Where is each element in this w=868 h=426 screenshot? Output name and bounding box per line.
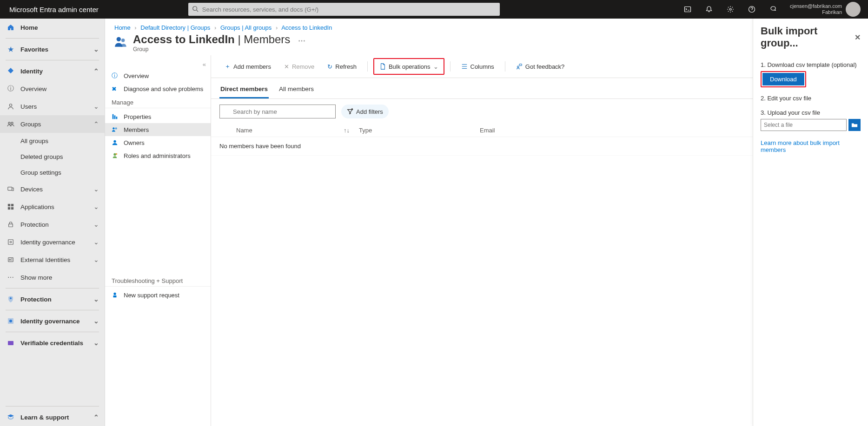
top-bar: Microsoft Entra admin center cjensen@fab… <box>0 0 868 19</box>
resmenu-owners[interactable]: Owners <box>105 136 211 149</box>
nav-learn-support[interactable]: Learn & support ⌃ <box>0 408 105 426</box>
user-account-chip[interactable]: cjensen@fabrikan.com Fabrikan <box>786 0 864 19</box>
svg-point-18 <box>9 259 11 261</box>
col-name-header[interactable]: Name <box>236 127 252 134</box>
svg-rect-11 <box>11 204 13 206</box>
nav-identity-overview[interactable]: ⓘ Overview <box>0 80 105 98</box>
nav-deleted-groups[interactable]: Deleted groups <box>0 149 105 164</box>
groups-icon <box>7 120 15 128</box>
breadcrumb-all-groups[interactable]: Groups | All groups <box>220 24 272 31</box>
svg-rect-29 <box>116 117 118 119</box>
nav-users[interactable]: Users ⌄ <box>0 98 105 115</box>
nav-group-settings[interactable]: Group settings <box>0 164 105 180</box>
feedback-button[interactable]: Got feedback? <box>511 59 570 74</box>
svg-point-26 <box>121 39 125 42</box>
nav-devices[interactable]: Devices ⌄ <box>0 180 105 198</box>
resmenu-members[interactable]: Members <box>105 123 211 136</box>
columns-button[interactable]: Columns <box>456 59 499 74</box>
primary-nav-sidebar: Home ★ Favorites ⌄ Identity ⌃ ⓘ Overview… <box>0 19 105 426</box>
svg-rect-2 <box>684 7 690 12</box>
chevron-down-icon: ⌄ <box>93 103 99 110</box>
help-icon[interactable] <box>743 0 760 19</box>
resmenu-diagnose[interactable]: ✖ Diagnose and solve problems <box>105 82 211 95</box>
notifications-icon[interactable] <box>701 0 717 19</box>
highlight-bulk-operations: Bulk operations ⌄ <box>373 58 444 75</box>
chevron-down-icon: ⌄ <box>93 185 99 193</box>
person-feedback-icon <box>516 63 523 70</box>
svg-rect-13 <box>11 207 13 210</box>
settings-icon[interactable] <box>722 0 739 19</box>
nav-protection-section[interactable]: Protection ⌄ <box>0 290 105 308</box>
download-template-button[interactable]: Download <box>762 73 804 85</box>
columns-icon <box>461 63 468 70</box>
svg-point-5 <box>9 104 12 106</box>
resmenu-roles[interactable]: Roles and administrators <box>105 149 211 162</box>
breadcrumb-home[interactable]: Home <box>114 24 131 31</box>
svg-rect-24 <box>8 341 13 345</box>
cloud-shell-icon[interactable] <box>679 0 696 19</box>
nav-external-identities[interactable]: External Identities ⌄ <box>0 251 105 269</box>
global-search-input[interactable] <box>188 3 500 16</box>
close-icon[interactable]: ✕ <box>855 33 861 42</box>
tab-all-members[interactable]: All members <box>278 83 315 98</box>
resmenu-overview[interactable]: ⓘ Overview <box>105 69 211 82</box>
chevron-down-icon: ⌄ <box>93 256 99 263</box>
col-email-header[interactable]: Email <box>480 127 495 134</box>
nav-identity[interactable]: Identity ⌃ <box>0 62 105 80</box>
global-search-wrap <box>188 3 500 16</box>
col-type-header[interactable]: Type <box>359 127 372 134</box>
refresh-button[interactable]: ↻ Refresh <box>322 59 362 74</box>
nav-identity-governance[interactable]: Identity governance ⌄ <box>0 233 105 251</box>
credentials-icon <box>7 339 15 347</box>
support-icon <box>112 292 119 298</box>
breadcrumb-group[interactable]: Access to LinkedIn <box>281 24 332 31</box>
chevron-down-icon: ⌄ <box>93 317 99 325</box>
nav-protection[interactable]: Protection ⌄ <box>0 216 105 233</box>
breadcrumb-directory[interactable]: Default Directory | Groups <box>140 24 210 31</box>
sort-icon[interactable]: ↑↓ <box>344 127 350 134</box>
diagnose-icon: ✖ <box>112 85 119 92</box>
more-actions-icon[interactable]: ⋯ <box>298 37 305 45</box>
nav-home[interactable]: Home <box>0 19 105 36</box>
resmenu-support[interactable]: New support request <box>105 288 211 301</box>
nav-favorites[interactable]: ★ Favorites ⌄ <box>0 40 105 58</box>
svg-rect-36 <box>113 295 117 297</box>
browse-file-button[interactable] <box>848 119 861 131</box>
remove-icon: ✕ <box>284 63 289 70</box>
nav-all-groups[interactable]: All groups <box>0 133 105 149</box>
nav-show-more[interactable]: ⋯ Show more <box>0 269 105 286</box>
svg-rect-12 <box>8 207 10 210</box>
svg-rect-28 <box>114 115 116 119</box>
chevron-down-icon: ⌄ <box>93 295 99 303</box>
identity-icon <box>7 67 15 75</box>
chevron-up-icon: ⌃ <box>93 413 99 421</box>
panel-step-1: 1. Download csv template (optional) <box>761 61 861 68</box>
collapse-menu-icon[interactable]: « <box>105 61 211 69</box>
resource-menu: « ⓘ Overview ✖ Diagnose and solve proble… <box>105 55 211 426</box>
feedback-icon[interactable] <box>765 0 782 19</box>
governance-icon <box>7 238 15 246</box>
nav-groups[interactable]: Groups ⌃ <box>0 115 105 133</box>
chevron-down-icon: ⌄ <box>93 238 99 246</box>
search-members-input[interactable] <box>219 105 336 118</box>
home-icon <box>7 23 15 32</box>
nav-verifiable-credentials[interactable]: Verifiable credentials ⌄ <box>0 334 105 352</box>
chevron-down-icon: ⌄ <box>93 339 99 347</box>
bulk-operations-button[interactable]: Bulk operations ⌄ <box>374 59 444 74</box>
learn-more-link[interactable]: Learn more about bulk import members <box>761 139 861 153</box>
tab-direct-members[interactable]: Direct members <box>219 83 269 98</box>
file-select-input[interactable] <box>761 119 847 131</box>
group-icon <box>114 35 127 48</box>
svg-point-32 <box>113 140 116 143</box>
resmenu-properties[interactable]: Properties <box>105 110 211 123</box>
remove-button: ✕ Remove <box>279 59 319 74</box>
add-members-button[interactable]: ＋ Add members <box>219 59 276 74</box>
svg-rect-27 <box>113 114 114 119</box>
add-filters-button[interactable]: Add filters <box>341 105 389 118</box>
devices-icon <box>7 185 15 193</box>
nav-identity-governance-section[interactable]: Identity governance ⌄ <box>0 312 105 330</box>
panel-step-3: 3. Upload your csv file <box>761 109 861 116</box>
nav-applications[interactable]: Applications ⌄ <box>0 198 105 216</box>
bulk-import-panel: Bulk import group... ✕ 1. Download csv t… <box>753 19 868 426</box>
svg-line-1 <box>196 10 198 12</box>
